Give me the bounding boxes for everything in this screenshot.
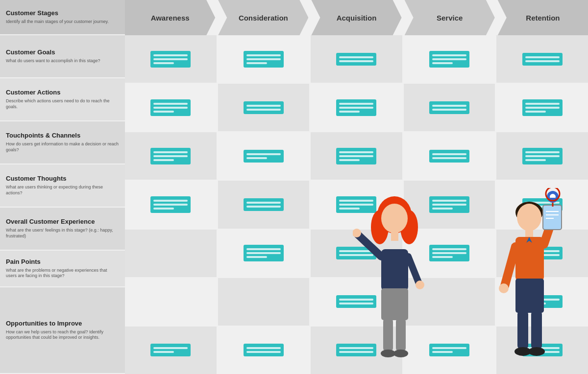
cell-pain-awareness: [125, 278, 217, 326]
cell-pain-acquisition: [311, 278, 402, 326]
card-line: [153, 347, 188, 349]
card-line: [246, 153, 281, 155]
card-pain-retention[interactable]: [522, 295, 563, 308]
cell-exp-service: [404, 230, 495, 277]
card-line: [525, 159, 546, 161]
card-opp-consideration[interactable]: [244, 344, 284, 356]
card-line: [246, 202, 281, 204]
card-line: [432, 58, 466, 60]
card-line: [153, 200, 188, 202]
card-line: [246, 206, 281, 208]
card-line: [525, 60, 560, 62]
cell-pain-retention: [496, 278, 588, 326]
cell-tp-retention: [496, 132, 588, 180]
cell-actions-retention: [496, 84, 588, 131]
card-line: [339, 351, 373, 353]
cell-exp-retention: [496, 230, 588, 277]
row-touchpoints: [125, 132, 588, 181]
row-actions: [125, 84, 588, 132]
cell-exp-consideration: [218, 230, 310, 277]
card-actions-consideration[interactable]: [244, 101, 284, 114]
cell-tp-service: [404, 132, 495, 180]
card-line: [339, 299, 373, 301]
label-pain: Pain Points What are the problems or neg…: [0, 251, 125, 287]
card-tp-awareness[interactable]: [150, 148, 191, 164]
row-opportunities: [125, 327, 588, 374]
cell-tp-awareness: [125, 132, 217, 180]
card-line: [153, 208, 174, 210]
card-pain-acquisition[interactable]: [336, 295, 376, 308]
card-actions-awareness[interactable]: [150, 99, 191, 116]
row-pain: [125, 278, 588, 327]
card-line: [339, 60, 373, 62]
card-line: [525, 303, 546, 304]
label-experience: Overall Customer Experience What are the…: [0, 208, 125, 251]
card-line: [153, 351, 174, 353]
cell-thoughts-consideration: [218, 181, 310, 228]
card-line: [432, 208, 453, 210]
card-thoughts-awareness[interactable]: [150, 196, 191, 213]
cell-opp-service: [404, 327, 495, 374]
card-line: [153, 62, 174, 64]
card-opp-retention[interactable]: [522, 344, 563, 356]
card-line: [432, 204, 466, 206]
card-actions-acquisition[interactable]: [336, 99, 376, 116]
card-opp-acquisition[interactable]: [336, 344, 376, 356]
card-line: [339, 159, 360, 161]
label-opportunities: Opportunities to Improve How can we help…: [0, 287, 125, 374]
card-actions-retention[interactable]: [522, 99, 563, 116]
card-line: [432, 351, 453, 353]
cell-actions-acquisition: [311, 84, 402, 131]
card-actions-service[interactable]: [429, 101, 469, 114]
row-experience: [125, 230, 588, 278]
card-line: [525, 111, 546, 113]
card-goals-awareness[interactable]: [150, 51, 191, 68]
card-opp-service[interactable]: [429, 344, 469, 356]
card-goals-consideration[interactable]: [244, 51, 284, 68]
card-line: [153, 103, 188, 105]
stage-retention: Retention: [498, 0, 588, 35]
row-thoughts: [125, 181, 588, 229]
card-exp-consideration[interactable]: [244, 245, 284, 261]
cell-opp-awareness: [125, 327, 217, 374]
card-line: [339, 303, 373, 304]
card-line: [432, 105, 466, 107]
card-line: [153, 159, 174, 161]
label-goals: Customer Goals What do users want to acc…: [0, 35, 125, 78]
stages-header-row: Awareness Consideration Acquisition Serv…: [125, 0, 588, 35]
card-tp-consideration[interactable]: [244, 150, 284, 163]
card-line: [153, 58, 188, 60]
card-goals-acquisition[interactable]: [336, 53, 376, 66]
card-line: [339, 254, 373, 256]
card-tp-service[interactable]: [429, 150, 469, 163]
card-goals-retention[interactable]: [522, 53, 563, 66]
card-line: [339, 208, 360, 210]
card-line: [525, 299, 560, 301]
card-line: [246, 105, 281, 107]
card-line: [246, 252, 281, 254]
data-rows: [125, 35, 588, 374]
card-line: [339, 347, 373, 349]
stage-service: Service: [405, 0, 495, 35]
card-line: [432, 248, 466, 250]
card-exp-service[interactable]: [429, 245, 469, 261]
card-thoughts-service[interactable]: [429, 196, 469, 213]
card-tp-retention[interactable]: [522, 148, 563, 164]
card-exp-acquisition[interactable]: [336, 247, 376, 259]
card-line: [525, 151, 560, 153]
card-line: [432, 347, 466, 349]
card-exp-retention[interactable]: [522, 247, 563, 259]
card-opp-awareness[interactable]: [150, 344, 191, 356]
card-thoughts-retention[interactable]: [522, 198, 563, 211]
cell-goals-service: [404, 35, 495, 83]
card-line: [246, 54, 281, 56]
card-line: [525, 103, 560, 105]
cell-tp-acquisition: [311, 132, 402, 180]
card-line: [432, 153, 466, 155]
card-goals-service[interactable]: [429, 51, 469, 68]
card-thoughts-acquisition[interactable]: [336, 196, 376, 213]
card-line: [432, 54, 466, 56]
card-line: [432, 109, 466, 111]
card-tp-acquisition[interactable]: [336, 148, 376, 164]
card-thoughts-consideration[interactable]: [244, 198, 284, 211]
